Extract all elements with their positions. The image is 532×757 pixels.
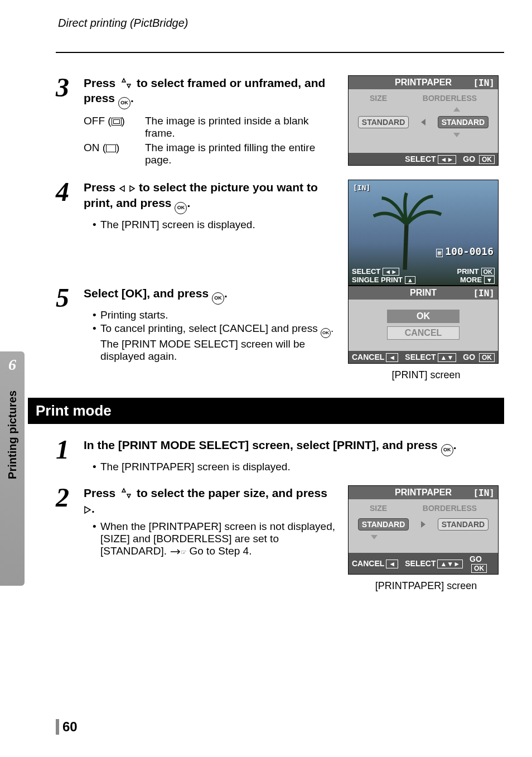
size-value: STANDARD (358, 116, 409, 128)
foot-single: SINGLE PRINT▲ (352, 276, 423, 284)
foot-select: SELECT▲▼ (405, 353, 456, 361)
in-tag: [IN] (473, 78, 495, 88)
svg-marker-1 (127, 84, 130, 88)
foot-cancel: CANCEL◄ (352, 353, 398, 361)
printpaper-screen-1: PRINTPAPER[IN] SIZEBORDERLESS STANDARD S… (348, 75, 499, 166)
header-rule (56, 52, 504, 53)
left-right-arrow-icon (119, 184, 136, 193)
sec2-step-2: 2 Press to select the paper size, and pr… (56, 485, 337, 558)
sec2-step1-heading: In the [PRINT MODE SELECT] screen, selec… (84, 437, 504, 456)
foot-go: GO OK (470, 555, 495, 572)
chapter-number: 6 (0, 356, 25, 374)
right-arrow-icon (84, 505, 91, 514)
step-number: 4 (56, 180, 84, 204)
arrow-right-icon (421, 521, 425, 528)
ok-icon: OK (321, 328, 331, 338)
section-title: Print mode (28, 398, 504, 424)
size-value: STANDARD (358, 518, 409, 531)
foot-select: SELECT◄► (405, 155, 456, 163)
foot-select: SELECT◄► (352, 267, 423, 276)
step-number: 2 (56, 485, 84, 509)
svg-marker-4 (122, 489, 125, 492)
def-off: OFF () The image is printed inside a bla… (84, 115, 337, 139)
printpaper-caption: [PRINTPAPER] screen (348, 580, 504, 592)
borderless-header: BORDERLESS (423, 94, 477, 103)
step4-heading: Press to select the picture you want to … (84, 180, 337, 214)
foot-go: GO OK (463, 353, 495, 361)
up-down-arrow-icon (119, 488, 133, 499)
ok-icon: OK (212, 292, 224, 305)
step5-bullet-1: Printing starts. (93, 309, 337, 321)
sec2-step2-heading: Press to select the paper size, and pres… (84, 485, 337, 516)
file-number: ▦100-0016 (436, 245, 494, 257)
in-tag: [IN] (473, 488, 495, 498)
def-on: ON () The image is printed filling the e… (84, 142, 337, 166)
step-number: 1 (56, 437, 84, 461)
step-number: 5 (56, 286, 84, 310)
size-header: SIZE (370, 504, 387, 513)
cancel-option: CANCEL (387, 326, 460, 340)
step-5: 5 Select [OK], and press OK. Printing st… (56, 286, 337, 364)
svg-marker-3 (130, 186, 134, 191)
step-3: 3 Press to select framed or unframed, an… (56, 75, 337, 168)
step5-heading: Select [OK], and press OK. (84, 286, 337, 305)
reference-icon: ☞ (170, 547, 186, 556)
ok-icon: OK (175, 202, 187, 214)
foot-more: MORE▼ (423, 276, 495, 284)
step5-bullet-2: To cancel printing, select [CANCEL] and … (93, 322, 337, 363)
foot-print: PRINTOK (423, 267, 495, 276)
svg-marker-6 (85, 507, 90, 513)
ok-icon: OK (118, 97, 130, 109)
in-tag: [IN] (473, 288, 495, 298)
ok-icon: OK (441, 444, 453, 456)
sec2-step1-bullet: The [PRINTPAPER] screen is displayed. (93, 461, 504, 473)
foot-cancel: CANCEL◄ (352, 559, 398, 568)
unframed-icon (106, 144, 116, 152)
printpaper-screen-2: PRINTPAPER[IN] SIZEBORDERLESS STANDARD S… (348, 485, 499, 575)
ok-option: OK (387, 310, 460, 323)
print-caption: [PRINT] screen (348, 369, 504, 381)
step-4: 4 Press to select the picture you want t… (56, 180, 337, 232)
screen-title: PRINTPAPER (395, 78, 452, 88)
up-down-arrow-icon (119, 78, 133, 89)
screen-title: PRINT (410, 288, 437, 298)
arrow-down-icon (453, 133, 460, 137)
step3-heading: Press to select framed or unframed, and … (84, 75, 337, 109)
sec2-step-1: 1 In the [PRINT MODE SELECT] screen, sel… (56, 437, 504, 474)
page-number: 60 (56, 719, 78, 735)
photo-preview-screen: [IN] ▦100-0016 SELECT◄► PRINTOK SINGLE P… (348, 180, 499, 286)
running-header: Direct printing (PictBridge) (58, 17, 504, 30)
svg-marker-5 (127, 494, 130, 498)
borderless-header: BORDERLESS (423, 504, 477, 513)
arrow-up-icon (453, 107, 460, 112)
arrow-left-icon (421, 119, 425, 126)
step-number: 3 (56, 75, 84, 99)
svg-marker-2 (120, 186, 124, 191)
side-tab: 6 Printing pictures (0, 351, 25, 586)
step4-bullet: The [PRINT] screen is displayed. (93, 219, 337, 231)
page: 6 Printing pictures Direct printing (Pic… (0, 0, 532, 757)
palm-tree-icon (365, 191, 448, 274)
content: 3 Press to select framed or unframed, an… (56, 75, 504, 592)
screen-title: PRINTPAPER (395, 488, 452, 498)
svg-marker-0 (122, 79, 125, 82)
sec2-step2-bullet: When the [PRINTPAPER] screen is not disp… (93, 520, 337, 557)
framed-icon (112, 118, 122, 126)
print-screen: PRINT[IN] OK CANCEL CANCEL◄ SELECT▲▼ GO … (348, 286, 499, 364)
arrow-down-icon (371, 535, 378, 539)
foot-go: GO OK (463, 155, 495, 163)
chapter-label: Printing pictures (6, 390, 19, 479)
borderless-value: STANDARD (438, 518, 489, 531)
size-header: SIZE (370, 94, 387, 103)
foot-select: SELECT▲▼► (405, 559, 463, 568)
in-tag: [IN] (353, 184, 370, 192)
borderless-value: STANDARD (438, 116, 489, 128)
